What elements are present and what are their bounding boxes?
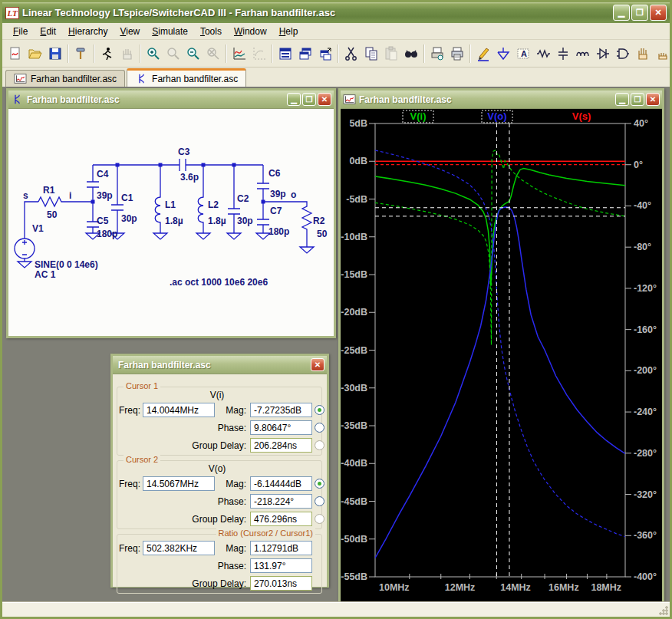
- resize-grip[interactable]: [658, 605, 668, 615]
- new-schematic-button[interactable]: [5, 44, 25, 64]
- tab-waveform[interactable]: Farhan bandfilter.asc: [5, 70, 125, 87]
- diode-icon: [595, 46, 611, 61]
- capacitor-button[interactable]: [553, 44, 573, 64]
- status-bar: [2, 602, 670, 617]
- save-button[interactable]: [45, 44, 65, 64]
- find-button[interactable]: [401, 44, 421, 64]
- menu-view[interactable]: View: [114, 24, 146, 39]
- v1-ac-text: AC 1: [35, 269, 56, 280]
- find-icon: [404, 46, 419, 61]
- v1-sine-text: SINE(0 0 14e6): [35, 259, 98, 270]
- arrange-windows-button[interactable]: [315, 44, 335, 64]
- axis-tick-label: -280°: [634, 448, 657, 459]
- diode-button[interactable]: [593, 44, 613, 64]
- wire-button[interactable]: [473, 44, 493, 64]
- ratio-phase-value[interactable]: 131.97°: [250, 558, 312, 573]
- cursor-dialog-titlebar[interactable]: Farhan bandfilter.asc ✕: [113, 356, 327, 374]
- run-button[interactable]: [97, 44, 117, 64]
- maximize-button[interactable]: ❐: [631, 5, 648, 21]
- print-preview-button[interactable]: [427, 44, 447, 64]
- legend-V(o)[interactable]: V(o): [487, 110, 506, 122]
- legend-V(i)[interactable]: V(i): [410, 110, 427, 122]
- menu-window[interactable]: Window: [228, 24, 273, 39]
- autorange-button[interactable]: [229, 44, 249, 64]
- inductor-button[interactable]: [573, 44, 593, 64]
- val-C3: 3.6p: [180, 172, 199, 183]
- toolbar-separator: [226, 44, 227, 63]
- ground-button[interactable]: [493, 44, 513, 64]
- cursor1-phase-value[interactable]: 9.80647°: [250, 420, 312, 435]
- cursor1-phase-radio[interactable]: [315, 423, 324, 433]
- zoom-in-button[interactable]: [143, 44, 163, 64]
- move-button[interactable]: [633, 44, 653, 64]
- val-C4: 39p: [97, 190, 113, 201]
- waveform-plot-area[interactable]: 5dB0dB-5dB-10dB-15dB-20dB-25dB-30dB-35dB…: [341, 108, 662, 602]
- open-button[interactable]: [25, 44, 45, 64]
- ratio-group-delay-value[interactable]: 270.013ns: [250, 576, 312, 591]
- toolbar-separator: [469, 44, 471, 63]
- cascade-windows-button[interactable]: [295, 44, 315, 64]
- print-button[interactable]: [447, 44, 467, 64]
- open-icon: [28, 46, 43, 61]
- plot-settings-button: [249, 44, 269, 64]
- legend-V(s)[interactable]: V(s): [572, 110, 591, 122]
- cursor2-phase-value[interactable]: -218.224°: [250, 494, 312, 509]
- val-C6: 39p: [270, 189, 286, 199]
- node-label-i: i: [69, 190, 71, 201]
- axis-tick-label: -200°: [634, 365, 657, 376]
- control-panel-button[interactable]: [71, 44, 91, 64]
- schematic-window: Farhan bandfilter.asc ▁ ❐ ✕: [6, 88, 336, 338]
- axis-tick-label: -320°: [634, 489, 657, 500]
- ltspice-main-window: LT Linear Technology LTspice/SwitcherCAD…: [0, 0, 672, 619]
- plot-close-button[interactable]: ✕: [646, 93, 660, 106]
- menu-hierarchy[interactable]: Hierarchy: [62, 24, 114, 39]
- cut-button[interactable]: [341, 44, 361, 64]
- toolbar-separator: [423, 44, 425, 63]
- schematic-canvas[interactable]: s i o R1 50 V1 SINE(0 0 14e6) AC 1 C4 39…: [8, 108, 334, 336]
- inductor-icon: [575, 46, 591, 61]
- copy-button[interactable]: [361, 44, 381, 64]
- component-button[interactable]: [613, 44, 633, 64]
- print-icon: [450, 46, 465, 61]
- tab-schematic[interactable]: Farhan bandfilter.asc: [127, 68, 246, 87]
- copy-icon: [364, 46, 379, 61]
- schematic-close-button[interactable]: ✕: [318, 93, 331, 106]
- plot-titlebar[interactable]: Farhan bandfilter.asc ▁ ❐ ✕: [341, 91, 662, 108]
- cursor1-freq-label: Freq:: [119, 405, 140, 416]
- cursor1-phase-label: Phase:: [163, 423, 246, 433]
- menu-bar: FileEditHierarchyViewSimulateToolsWindow…: [2, 23, 670, 40]
- menu-file[interactable]: File: [7, 24, 34, 39]
- menu-edit[interactable]: Edit: [34, 24, 62, 39]
- plot-maximize-button[interactable]: ❐: [631, 93, 644, 106]
- cursor2-phase-radio[interactable]: [315, 496, 324, 506]
- schematic-maximize-button[interactable]: ❐: [302, 93, 316, 106]
- zoom-back-button: [163, 44, 183, 64]
- cursor1-group-delay-value[interactable]: 206.284ns: [250, 438, 312, 453]
- resistor-button[interactable]: [533, 44, 553, 64]
- ratio-mag-value[interactable]: 1.12791dB: [250, 541, 312, 555]
- tabwave-icon: [14, 73, 27, 84]
- tile-windows-button[interactable]: [275, 44, 295, 64]
- plot-minimize-button[interactable]: ▁: [615, 93, 629, 106]
- paste-button: [381, 44, 401, 64]
- schematic-titlebar[interactable]: Farhan bandfilter.asc ▁ ❐ ✕: [8, 91, 334, 108]
- cursor2-group-delay-value[interactable]: 476.296ns: [250, 512, 312, 526]
- cursor1-mag-value[interactable]: -7.27235dB: [250, 403, 312, 417]
- close-button[interactable]: ✕: [650, 5, 667, 21]
- zoom-out-button[interactable]: [183, 44, 203, 64]
- drag-button[interactable]: [653, 44, 672, 64]
- val-C2: 30p: [237, 216, 253, 226]
- cursor-dialog-close-button[interactable]: ✕: [311, 358, 324, 371]
- net-label-button[interactable]: [513, 44, 533, 64]
- cursor2-mag-radio[interactable]: [315, 479, 324, 489]
- schematic-minimize-button[interactable]: ▁: [287, 93, 301, 106]
- menu-simulate[interactable]: Simulate: [146, 24, 194, 39]
- axis-tick-label: 40°: [634, 118, 648, 129]
- save-icon: [48, 46, 63, 61]
- cursor2-mag-value[interactable]: -6.14444dB: [250, 476, 312, 491]
- minimize-button[interactable]: ▁: [613, 5, 630, 21]
- menu-help[interactable]: Help: [273, 24, 305, 39]
- cursor1-mag-radio[interactable]: [315, 405, 324, 415]
- menu-tools[interactable]: Tools: [194, 24, 228, 39]
- toolbar-separator: [338, 44, 339, 63]
